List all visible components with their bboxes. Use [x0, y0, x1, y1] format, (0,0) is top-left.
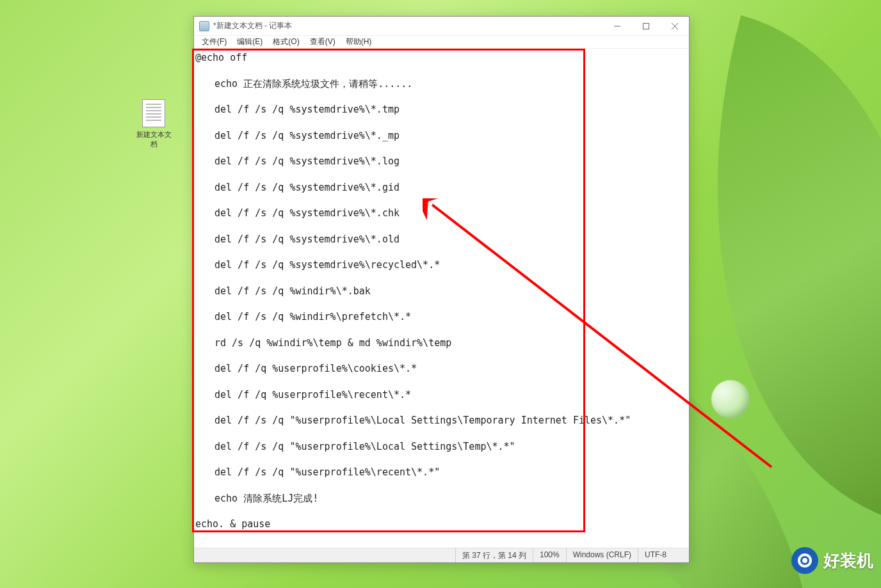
wallpaper-water-drop — [711, 380, 750, 418]
editor-area: @echo off echo 正在清除系统垃圾文件，请稍等...... del … — [194, 49, 689, 548]
maximize-button[interactable] — [631, 17, 660, 35]
maximize-icon — [643, 23, 649, 29]
status-encoding: UTF-8 — [638, 548, 689, 562]
status-zoom: 100% — [533, 548, 566, 562]
menu-edit[interactable]: 编辑(E) — [232, 36, 268, 48]
close-button[interactable] — [660, 17, 689, 35]
window-controls — [602, 17, 689, 35]
notepad-window: *新建文本文档 - 记事本 文件(F) 编辑(E) 格式(O) 查看(V) 帮助… — [193, 16, 690, 563]
watermark: 好装机 — [791, 547, 873, 574]
watermark-text: 好装机 — [823, 550, 873, 572]
menubar: 文件(F) 编辑(E) 格式(O) 查看(V) 帮助(H) — [194, 36, 689, 49]
menu-help[interactable]: 帮助(H) — [341, 36, 377, 48]
status-position: 第 37 行，第 14 列 — [455, 548, 533, 562]
menu-view[interactable]: 查看(V) — [305, 36, 341, 48]
desktop-icon-textfile[interactable]: 新建文本文档 — [134, 99, 173, 149]
minimize-icon — [614, 23, 620, 29]
menu-file[interactable]: 文件(F) — [197, 36, 232, 48]
notepad-app-icon — [199, 21, 209, 31]
menu-format[interactable]: 格式(O) — [268, 36, 304, 48]
close-icon — [672, 23, 678, 29]
svg-rect-1 — [643, 23, 649, 29]
textfile-icon — [142, 99, 165, 127]
window-title: *新建文本文档 - 记事本 — [213, 20, 602, 31]
status-line-ending: Windows (CRLF) — [566, 548, 638, 562]
minimize-button[interactable] — [602, 17, 631, 35]
titlebar[interactable]: *新建文本文档 - 记事本 — [194, 17, 689, 36]
editor-textarea[interactable]: @echo off echo 正在清除系统垃圾文件，请稍等...... del … — [194, 49, 689, 548]
watermark-logo-icon — [791, 547, 818, 574]
desktop-icon-label: 新建文本文档 — [134, 130, 173, 149]
statusbar: 第 37 行，第 14 列 100% Windows (CRLF) UTF-8 — [194, 548, 689, 562]
